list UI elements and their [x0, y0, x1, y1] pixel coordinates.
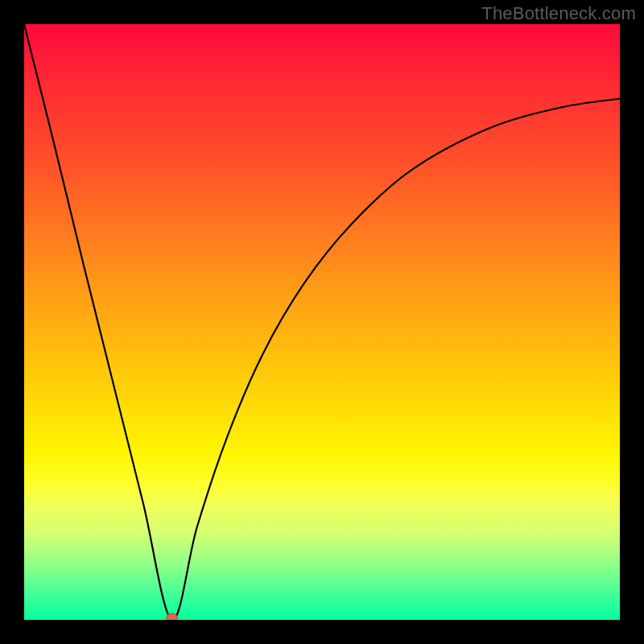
plot-area [24, 24, 620, 620]
minimum-marker [167, 613, 178, 620]
curve-layer [24, 24, 620, 620]
chart-frame: TheBottleneck.com [0, 0, 644, 644]
watermark-text: TheBottleneck.com [481, 3, 636, 24]
bottleneck-curve [24, 24, 620, 620]
